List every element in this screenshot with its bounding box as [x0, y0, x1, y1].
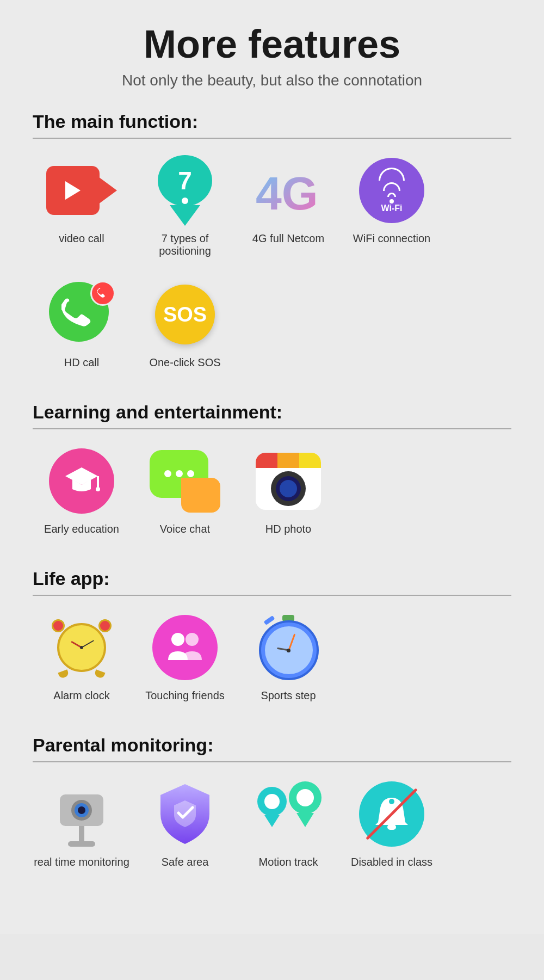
education-label: Early education — [44, 523, 119, 535]
main-function-row: video call 7 7 types of positioning — [33, 155, 511, 268]
page-title: More features — [33, 22, 511, 66]
education-icon — [49, 448, 114, 514]
bell-right — [98, 619, 112, 632]
friends-icon-wrapper — [150, 612, 220, 683]
sw-center — [287, 649, 290, 652]
svg-rect-6 — [387, 824, 396, 830]
right-pin-head — [289, 781, 322, 814]
hd-photo-icon-wrapper — [253, 446, 324, 516]
safe-area-icon-wrapper — [150, 779, 220, 849]
wifi-arc-large — [379, 168, 405, 181]
sw-hand-long — [288, 633, 295, 650]
feature-disabled-in-class: Disabled in class — [343, 779, 441, 868]
right-pin — [289, 781, 322, 827]
svg-point-5 — [186, 633, 199, 646]
wifi-label: WiFi connection — [353, 232, 430, 245]
photo-top-bar — [256, 453, 321, 468]
section-header-learning: Learning and entertainment: — [33, 402, 511, 429]
disabled-icon — [359, 781, 424, 847]
hd-photo-icon — [256, 453, 321, 510]
page-subtitle: Not only the beauty, but also the connot… — [33, 72, 511, 89]
positioning-label: 7 types of positioning — [136, 232, 234, 257]
alarm-icon-wrapper — [46, 612, 117, 683]
wifi-icon: Wi-Fi — [359, 158, 424, 223]
friends-label: Touching friends — [145, 689, 225, 702]
sw-inner — [265, 626, 313, 674]
alarm-icon — [49, 615, 114, 680]
chat-dot-2 — [176, 470, 183, 477]
shield-svg — [158, 781, 212, 847]
friends-icon — [152, 615, 218, 680]
wifi-dot — [390, 199, 394, 204]
call-badge — [90, 281, 115, 306]
left-pin-head — [257, 787, 287, 816]
feature-safe-area: Safe area — [136, 779, 234, 868]
learning-row: Early education Voice chat — [33, 446, 511, 546]
alarm-foot-left — [58, 669, 69, 679]
feature-hd-call: HD call — [33, 279, 131, 369]
safe-area-label: Safe area — [162, 856, 209, 868]
sos-label: One-click SOS — [149, 356, 220, 369]
bar-orange — [277, 453, 299, 468]
feature-video-call: video call — [33, 155, 131, 257]
hd-call-icon — [49, 282, 114, 347]
svg-marker-1 — [65, 467, 98, 485]
phone-svg — [61, 294, 97, 330]
wifi-text: Wi-Fi — [381, 204, 403, 213]
voice-chat-icon-wrapper — [150, 446, 220, 516]
right-pin-inner — [296, 789, 314, 806]
4g-svg: 4G — [253, 166, 324, 215]
minute-hand — [82, 640, 95, 648]
voice-chat-label: Voice chat — [160, 523, 210, 535]
clock-center — [80, 646, 83, 649]
positioning-icon: 7 — [158, 155, 212, 226]
pin-tail — [170, 205, 200, 226]
lens-glare — [280, 480, 297, 497]
section-main-function: The main function: video call — [33, 111, 511, 380]
4g-icon-wrapper: 4G — [253, 155, 324, 226]
feature-4g: 4G 4G full Netcom — [239, 155, 337, 257]
positioning-icon-wrapper: 7 — [150, 155, 220, 226]
section-header-parental: Parental monitoring: — [33, 735, 511, 762]
feature-voice-chat: Voice chat — [136, 446, 234, 535]
clock-face — [63, 628, 101, 667]
friends-svg — [165, 627, 206, 668]
right-pin-tail — [296, 813, 314, 827]
svg-point-3 — [96, 487, 100, 491]
feature-hd-photo: HD photo — [239, 446, 337, 535]
education-icon-wrapper — [46, 446, 117, 516]
lens-inner — [276, 476, 301, 501]
sports-step-label: Sports step — [261, 689, 316, 702]
4g-label: 4G full Netcom — [252, 232, 324, 245]
sos-icon: SOS — [155, 285, 215, 344]
feature-real-time-monitoring: real time monitoring — [33, 779, 131, 868]
pin-head: 7 — [158, 155, 212, 206]
feature-sos: SOS One-click SOS — [136, 279, 234, 369]
section-life-app: Life app: — [33, 568, 511, 713]
video-rect — [46, 166, 100, 215]
sw-btn — [263, 615, 275, 625]
sos-text: SOS — [163, 303, 207, 326]
monitoring-icon-wrapper — [46, 779, 117, 849]
stopwatch-icon-wrapper — [253, 612, 324, 683]
camera-body — [60, 794, 103, 826]
motion-track-icon-wrapper — [253, 779, 324, 849]
left-pin-tail — [264, 815, 280, 827]
section-header-main: The main function: — [33, 111, 511, 139]
wifi-icon-wrapper: Wi-Fi — [356, 155, 427, 226]
safe-area-icon — [158, 781, 212, 847]
feature-positioning: 7 7 types of positioning — [136, 155, 234, 257]
hd-photo-label: HD photo — [265, 523, 312, 535]
wifi-arc-medium — [383, 182, 400, 191]
camera-pupil — [78, 806, 85, 814]
hd-call-label: HD call — [64, 356, 99, 369]
pin-number: 7 — [178, 168, 192, 193]
video-call-icon — [46, 166, 117, 215]
section-header-life: Life app: — [33, 568, 511, 596]
motion-track-icon — [253, 781, 324, 847]
wifi-arc-small — [387, 193, 396, 197]
camera-base — [68, 841, 95, 847]
bar-red — [256, 453, 277, 468]
camera-lens-inner — [75, 803, 89, 817]
sw-body — [259, 620, 319, 680]
